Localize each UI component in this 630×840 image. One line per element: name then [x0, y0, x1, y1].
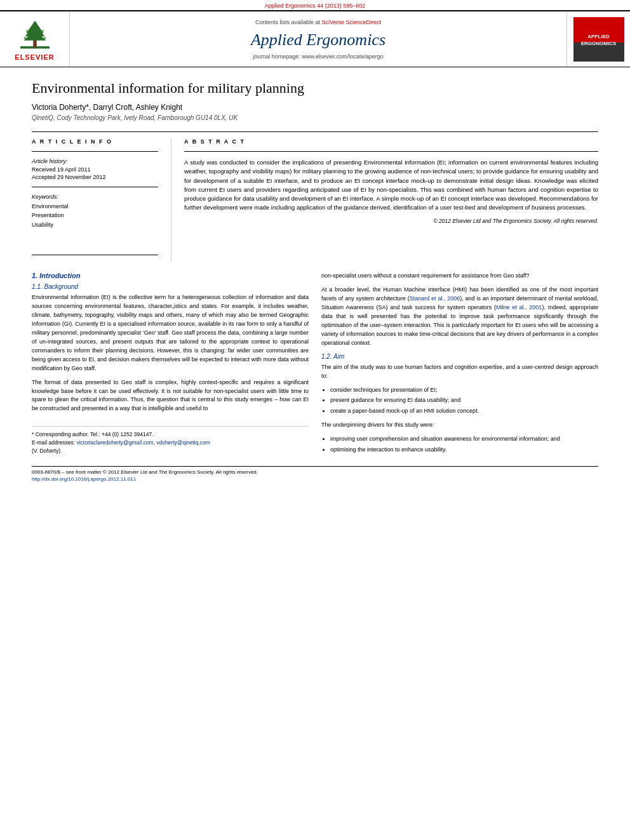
drivers-bullets: improving user comprehension and situati… — [330, 435, 598, 455]
body-para-right-1: non-specialist users without a constant … — [321, 272, 598, 281]
journal-header-center: Contents lists available at SciVerse Sci… — [70, 11, 566, 67]
article-affiliation: QinetiQ, Cody Technology Park, Ively Roa… — [32, 114, 598, 121]
ref-milne[interactable]: Milne et al., 2001 — [496, 304, 542, 310]
article-info-abstract-section: A R T I C L E I N F O Article history: R… — [32, 138, 598, 262]
copyright-line: © 2012 Elsevier Ltd and The Ergonomics S… — [184, 218, 598, 224]
article-title: Environmental information for military p… — [32, 80, 598, 97]
history-label: Article history: — [32, 158, 158, 164]
logo-line1: APPLIED — [587, 34, 610, 39]
article-info-label: A R T I C L E I N F O — [32, 138, 158, 145]
section1-heading: 1. Introduction — [32, 272, 309, 279]
journal-logo-right-container: APPLIED ERGONOMICS — [566, 11, 630, 67]
authors-text: Victoria Doherty*, Darryl Croft, Ashley … — [32, 103, 182, 112]
body-right-column: non-specialist users without a constant … — [321, 272, 598, 460]
journal-reference-bar: Applied Ergonomics 44 (2013) 595–602 — [0, 0, 630, 10]
applied-ergonomics-logo-text: APPLIED ERGONOMICS — [580, 31, 618, 47]
keyword-1: Environmental — [32, 202, 158, 211]
driver-bullet-2: optimising the interaction to enhance us… — [330, 446, 598, 455]
bullet-1: consider techniques for presentation of … — [330, 386, 598, 395]
doi-link[interactable]: http://dx.doi.org/10.1016/j.apergo.2012.… — [32, 476, 598, 482]
article-info-column: A R T I C L E I N F O Article history: R… — [32, 138, 171, 262]
bullet-3: create a paper-based mock-up of an HMI s… — [330, 407, 598, 416]
abstract-label: A B S T R A C T — [184, 138, 598, 145]
main-content: Environmental information for military p… — [0, 67, 630, 495]
footnote-corresponding: * Corresponding author. Tel.: +44 (0) 12… — [32, 430, 309, 439]
elsevier-logo: ELSEVIER — [13, 17, 57, 61]
divider-info-2 — [32, 187, 158, 187]
sciverse-link[interactable]: SciVerse ScienceDirect — [322, 19, 382, 25]
bottom-bar: 0003-6870/$ – see front matter © 2012 El… — [32, 466, 598, 475]
bullet-2: present guidance for ensuring EI data us… — [330, 396, 598, 405]
drivers-intro: The underpinning drivers for this study … — [321, 421, 598, 430]
abstract-column: A B S T R A C T A study was conducted to… — [171, 138, 598, 262]
footnote-email: E-mail addresses: victoriaclaredoherty@g… — [32, 439, 309, 447]
journal-reference-text: Applied Ergonomics 44 (2013) 595–602 — [265, 3, 366, 9]
accepted-date: Accepted 29 November 2012 — [32, 174, 158, 180]
driver-bullet-1: improving user comprehension and situati… — [330, 435, 598, 444]
journal-homepage: journal homepage: www.elsevier.com/locat… — [253, 53, 384, 60]
elsevier-wordmark: ELSEVIER — [15, 53, 54, 61]
abstract-text: A study was conducted to consider the im… — [184, 158, 598, 213]
body-para-1: Environmental Information (EI) is the co… — [32, 293, 309, 373]
logo-line2: ERGONOMICS — [581, 41, 617, 46]
keywords-label: Keywords: — [32, 194, 158, 200]
issn-text: 0003-6870/$ – see front matter © 2012 El… — [32, 469, 258, 475]
footnote-area: * Corresponding author. Tel.: +44 (0) 12… — [32, 426, 309, 455]
email-addresses[interactable]: victoriaclaredoherty@gmail.com, vdoherty… — [76, 439, 210, 446]
body-para-right-2: At a broader level, the Human Machine In… — [321, 286, 598, 348]
article-authors: Victoria Doherty*, Darryl Croft, Ashley … — [32, 103, 598, 112]
subsection1-heading: 1.1. Background — [32, 283, 309, 290]
ref-stanard[interactable]: Stanard et al., 2006 — [410, 295, 460, 302]
subsection2-heading: 1.2. Aim — [321, 353, 598, 360]
footnote-name: (V. Doherty). — [32, 447, 309, 455]
svg-point-7 — [23, 37, 26, 39]
aim-bullets: consider techniques for presentation of … — [330, 386, 598, 417]
body-section: 1. Introduction 1.1. Background Environm… — [32, 272, 598, 460]
divider-top — [32, 131, 598, 132]
keyword-2: Presentation — [32, 211, 158, 220]
journal-title: Applied Ergonomics — [251, 30, 385, 50]
svg-point-5 — [26, 30, 29, 32]
svg-point-8 — [43, 37, 46, 39]
divider-info-1 — [32, 151, 158, 152]
email-label: E-mail addresses: — [32, 439, 75, 446]
elsevier-logo-container: ELSEVIER — [0, 11, 70, 67]
body-left-column: 1. Introduction 1.1. Background Environm… — [32, 272, 309, 460]
received-date: Received 19 April 2011 — [32, 166, 158, 173]
elsevier-tree-icon — [13, 17, 57, 52]
aim-intro: The aim of the study was to use human fa… — [321, 363, 598, 381]
svg-point-6 — [41, 30, 44, 32]
body-para-2: The format of data presented to Geo staf… — [32, 378, 309, 414]
journal-header: ELSEVIER Contents lists available at Sci… — [0, 10, 630, 67]
keyword-3: Usability — [32, 220, 158, 229]
divider-info-3 — [32, 255, 158, 255]
svg-rect-1 — [33, 39, 37, 48]
sciverse-line: Contents lists available at SciVerse Sci… — [255, 19, 381, 25]
applied-ergonomics-logo: APPLIED ERGONOMICS — [573, 17, 624, 62]
keywords-list: Environmental Presentation Usability — [32, 202, 158, 229]
divider-abstract — [184, 151, 598, 152]
